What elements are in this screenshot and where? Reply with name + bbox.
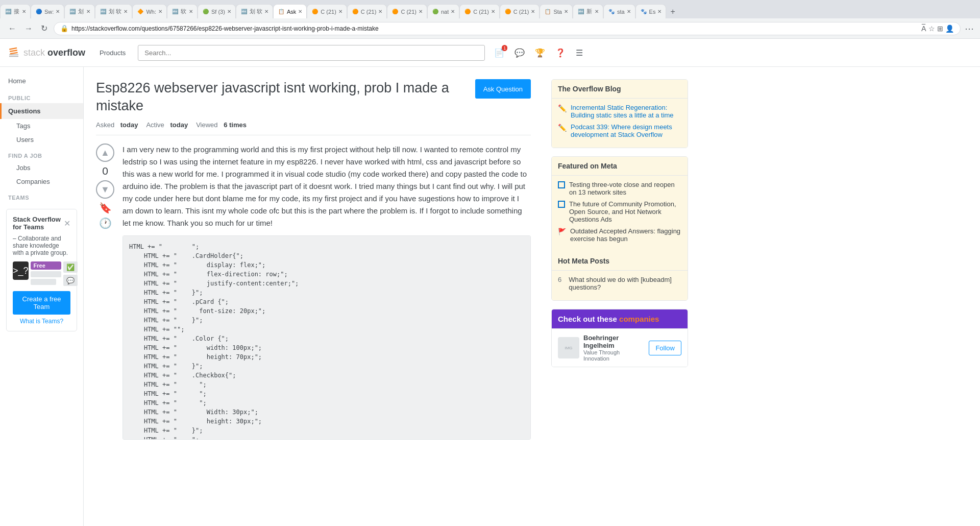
tab-14[interactable]: 🟠 C (21) ✕	[500, 4, 540, 18]
back-button[interactable]: ←	[6, 22, 18, 35]
tab-close-9[interactable]: ✕	[338, 9, 342, 14]
tab-close-14[interactable]: ✕	[531, 9, 535, 14]
tab-8[interactable]: 🔤 划 软 ✕	[236, 4, 273, 18]
hot-meta-link-1[interactable]: What should we do with [kubeadm] questio…	[569, 276, 681, 291]
code-block[interactable]: HTML += " "; HTML += " .CardHolder{"; HT…	[122, 235, 531, 440]
tab-close-1[interactable]: ✕	[22, 9, 26, 14]
translate-icon[interactable]: A̅	[921, 25, 926, 33]
upvote-button[interactable]: ▲	[96, 144, 114, 162]
teams-box-title: Stack Overflow for Teams	[13, 216, 64, 231]
sidebar-item-home[interactable]: Home	[0, 73, 83, 89]
inbox-icon[interactable]: 📄 1	[491, 45, 507, 61]
tab-close-10[interactable]: ✕	[378, 9, 382, 14]
companies-title-accent: companies	[619, 315, 659, 323]
extensions-icon[interactable]: ⊞	[937, 25, 943, 33]
teams-preview-terminal: >_?	[13, 261, 29, 280]
so-nav: Products	[93, 45, 132, 61]
tab-close-5[interactable]: ✕	[158, 9, 162, 14]
meta-viewed: Viewed 6 times	[196, 121, 247, 129]
tab-close-3[interactable]: ✕	[86, 9, 90, 14]
tab-15[interactable]: 📋 Sta ✕	[540, 4, 573, 18]
blog-item-2: ✏️ Podcast 339: Where design meets devel…	[558, 123, 681, 138]
follow-button[interactable]: Follow	[649, 341, 681, 355]
tab-18[interactable]: 🐾 Es ✕	[635, 4, 667, 18]
tab-16[interactable]: 🔤 新 ✕	[573, 4, 603, 18]
meta-link-2[interactable]: The future of Community Promotion, Open …	[569, 200, 681, 223]
meta-link-3[interactable]: Outdated Accepted Answers: flagging exer…	[570, 227, 681, 243]
tab-11[interactable]: 🟠 C (21) ✕	[387, 4, 427, 18]
teams-box-close[interactable]: ✕	[64, 219, 70, 228]
sidebar-item-questions[interactable]: Questions	[0, 103, 83, 119]
tab-close-ask[interactable]: ✕	[298, 9, 302, 14]
bookmark-icon[interactable]: 🔖	[99, 202, 112, 214]
tab-6[interactable]: 🔤 软 ✕	[167, 4, 198, 18]
achievements-icon[interactable]: 🏆	[532, 45, 548, 61]
tab-label-9: C (21)	[321, 9, 336, 15]
tab-label-6: 软	[181, 8, 186, 15]
downvote-button[interactable]: ▼	[96, 180, 114, 199]
tab-label-17: sta	[617, 9, 625, 15]
tab-label-8: 划 软	[250, 8, 262, 15]
so-logo[interactable]: stack overflow	[6, 45, 85, 60]
blog-link-1[interactable]: Incremental Static Regeneration: Buildin…	[571, 104, 681, 119]
meta-link-1[interactable]: Testing three-vote close and reopen on 1…	[569, 181, 681, 196]
tab-close-18[interactable]: ✕	[657, 9, 662, 14]
tab-label-7: Sf (3)	[211, 9, 225, 15]
tab-close-15[interactable]: ✕	[564, 9, 568, 14]
tab-favicon-18: 🐾	[640, 8, 647, 15]
forward-button[interactable]: →	[22, 22, 35, 35]
tab-favicon-ask: 📋	[278, 8, 285, 15]
address-bar[interactable]: 🔒 https://stackoverflow.com/questions/67…	[54, 22, 961, 35]
help-icon[interactable]: ❓	[552, 45, 569, 61]
tab-close-11[interactable]: ✕	[419, 9, 423, 14]
profile-icon[interactable]: 👤	[945, 25, 954, 33]
tab-ask[interactable]: 📋 Ask ✕	[273, 4, 307, 18]
hamburger-icon[interactable]: ☰	[573, 45, 586, 61]
search-input[interactable]	[138, 45, 485, 61]
tab-label-11: C (21)	[401, 9, 416, 15]
tab-5[interactable]: 🔶 Wh: ✕	[132, 4, 167, 18]
tab-7[interactable]: 🟢 Sf (3) ✕	[198, 4, 236, 18]
question-body: ▲ 0 ▼ 🔖 🕐 I am very new to the programmi…	[96, 144, 531, 440]
what-is-teams-link[interactable]: What is Teams?	[13, 318, 70, 325]
tab-label-14: C (21)	[513, 9, 529, 15]
tab-favicon-10: 🟠	[352, 8, 359, 15]
tab-12[interactable]: 🟢 nat ✕	[427, 4, 459, 18]
history-icon[interactable]: 🕐	[99, 217, 112, 229]
tab-close-2[interactable]: ✕	[56, 9, 60, 14]
tab-9[interactable]: 🟠 C (21) ✕	[307, 4, 347, 18]
tab-close-8[interactable]: ✕	[264, 9, 268, 14]
svg-rect-4	[10, 52, 18, 55]
tab-close-6[interactable]: ✕	[189, 9, 193, 14]
tab-close-4[interactable]: ✕	[124, 9, 128, 14]
tab-close-16[interactable]: ✕	[595, 9, 599, 14]
tab-label-12: nat	[441, 9, 449, 15]
ask-question-button[interactable]: Ask Question	[475, 79, 531, 99]
svg-rect-0	[9, 56, 18, 57]
tab-close-13[interactable]: ✕	[491, 9, 495, 14]
new-tab-button[interactable]: +	[666, 5, 679, 18]
flag-icon: 🚩	[558, 228, 566, 235]
sidebar-item-jobs[interactable]: Jobs	[0, 161, 83, 175]
create-team-button[interactable]: Create a free Team	[13, 291, 70, 315]
tab-17[interactable]: 🐾 sta ✕	[603, 4, 635, 18]
tab-1[interactable]: 🔤 接 ✕	[0, 4, 31, 18]
reload-button[interactable]: ↻	[39, 21, 50, 35]
tab-close-12[interactable]: ✕	[451, 9, 455, 14]
chat-icon[interactable]: 💬	[511, 45, 528, 61]
tab-3[interactable]: 🔤 划 ✕	[64, 4, 95, 18]
sidebar-item-tags[interactable]: Tags	[0, 119, 83, 133]
tab-10[interactable]: 🟠 C (21) ✕	[347, 4, 387, 18]
tab-13[interactable]: 🟠 C (21) ✕	[459, 4, 500, 18]
star-icon[interactable]: ☆	[928, 25, 935, 33]
sidebar-section-public: PUBLIC	[0, 89, 83, 103]
sidebar-item-companies[interactable]: Companies	[0, 175, 83, 188]
sidebar-item-users[interactable]: Users	[0, 133, 83, 147]
tab-4[interactable]: 🔤 划 软 ✕	[95, 4, 132, 18]
blog-link-2[interactable]: Podcast 339: Where design meets developm…	[571, 123, 681, 138]
products-nav-item[interactable]: Products	[93, 45, 132, 61]
tab-close-7[interactable]: ✕	[227, 9, 231, 14]
tab-close-17[interactable]: ✕	[627, 9, 631, 14]
menu-icon[interactable]: ⋯	[965, 23, 974, 34]
tab-2[interactable]: 🔵 Sw: ✕	[31, 4, 64, 18]
